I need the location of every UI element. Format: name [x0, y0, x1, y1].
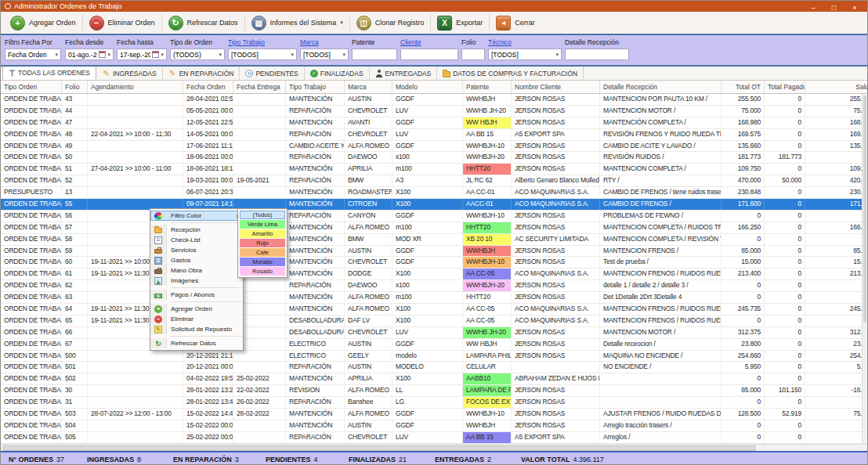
menu-item-eliminar[interactable]: Eliminar [150, 314, 243, 324]
menu-item-pagos-abonos[interactable]: Pagos / Abonos [150, 290, 243, 300]
table-row[interactable]: ORDEN DE TRABAJO4712-05-2021 22:57MANTEN… [1, 117, 867, 129]
filter-input-folio[interactable] [461, 49, 485, 60]
table-row[interactable]: ORDEN DE TRABAJO4328-04-2021 02:51MANTEN… [1, 94, 867, 106]
table-row[interactable]: ORDEN DE TRABAJO59MANTENCIÓNAUSTINGGDFWW… [1, 246, 867, 258]
column-header-total-pagado[interactable]: Total Pagado [765, 81, 805, 93]
vertical-scrollbar[interactable] [862, 94, 867, 444]
filter-label-tecnico[interactable]: Técnico [488, 38, 562, 46]
toolbar-button-refrescar-datos[interactable]: ↻Refrescar Datos [162, 13, 244, 32]
table-row[interactable]: ORDEN DE TRABAJO5509-07-2021 14:14MANTEN… [1, 199, 867, 211]
filter-dropdown-marca[interactable]: [TODOS]▾ [300, 49, 349, 60]
table-row[interactable]: ORDEN DE TRABAJO5018-06-2021 00:00REPARA… [1, 152, 867, 164]
filter-input-detalle-recepcion[interactable] [565, 49, 629, 60]
table-row[interactable]: ORDEN DE TRABAJO6519-11-2021 >> 11:30 - … [1, 315, 867, 327]
column-header-marca[interactable]: Marca [345, 81, 392, 93]
close-button[interactable]: × [846, 2, 863, 13]
filter-dropdown-tipo-trabajo[interactable]: [TODOS]▾ [228, 49, 297, 60]
table-row[interactable]: ORDEN DE TRABAJO50020-12-2021 21:19ELECT… [1, 351, 867, 362]
color-option-morado[interactable]: Morado [240, 258, 285, 266]
filter-label-cliente[interactable]: Cliente [400, 38, 458, 46]
table-row[interactable]: ORDEN DE TRABAJO3028-01-2022 13:2422-02-… [1, 385, 867, 397]
table-row[interactable]: ORDEN DE TRABAJO4405-05-2021 00:00REPARA… [1, 106, 867, 117]
filter-input-cliente[interactable] [400, 49, 458, 60]
tab-ingresadas[interactable]: INGRESADAS [96, 67, 163, 80]
filter-label-marca[interactable]: Marca [300, 38, 349, 46]
color-option-rosado[interactable]: Rosado [240, 267, 285, 276]
toolbar-button-exportar[interactable]: XExportar [431, 13, 489, 32]
toolbar-button-clonar-registro[interactable]: ◫Clonar Registro [350, 13, 431, 32]
column-header-modelo[interactable]: Modelo [392, 81, 463, 93]
table-row[interactable]: ORDEN DE TRABAJO50328-07-2022 >> 12:00 -… [1, 409, 867, 420]
color-option-verde-lima[interactable]: Verde Lima [240, 220, 285, 229]
horizontal-scrollbar-thumb[interactable] [2, 445, 756, 451]
menu-item-agregar-orden[interactable]: Agregar Orden [150, 304, 243, 314]
table-row[interactable]: ORDEN DE TRABAJO6019-11-2021 >> 10:00 - … [1, 257, 867, 269]
filter-dropdown-tipo-de-orden[interactable]: (TODOS)▾ [170, 49, 225, 60]
menu-item-im-genes[interactable]: Imágenes [150, 276, 243, 286]
tab-datos-de-compras-y-facturacion[interactable]: DATOS DE COMPRAS Y FACTURACIÓN [437, 67, 584, 80]
table-row[interactable]: ORDEN DE TRABAJO4822-04-2021 >> 10:00 - … [1, 129, 867, 141]
toolbar-button-agregar-orden[interactable]: +Agregar Orden [4, 13, 82, 32]
menu-item-filtro-color[interactable]: Filtro Color▸ [150, 211, 243, 221]
table-row[interactable]: ORDEN DE TRABAJO50525-02-2022 00:00REPAR… [1, 432, 867, 444]
column-header-nombre-cliente[interactable]: Nombre Cliente [512, 81, 600, 93]
color-option-rojo[interactable]: Rojo [240, 239, 285, 247]
column-header-patente[interactable]: Patente [463, 81, 512, 93]
column-header-fecha-entrega[interactable]: Fecha Entrega [233, 81, 286, 93]
table-row[interactable]: ORDEN DE TRABAJO56REPARACIÓNCANYONGGDFWW… [1, 211, 867, 222]
toolbar-button-eliminar-orden[interactable]: −Eliminar Orden [83, 13, 161, 32]
toolbar-button-informes-del-sistema[interactable]: ▤Informes del Sistema▾ [245, 13, 349, 32]
tab-en-reparacion[interactable]: EN REPARACIÓN [163, 67, 241, 80]
column-header-agendamiento[interactable]: Agendamiento [88, 81, 183, 93]
table-row[interactable]: ORDEN DE TRABAJO5127-04-2021 >> 10:00 - … [1, 164, 867, 175]
filter-input-patente[interactable] [352, 49, 397, 60]
column-header-fecha-orden[interactable]: Fecha Orden [183, 81, 233, 93]
table-row[interactable]: ORDEN DE TRABAJO50204-02-2022 19:5625-02… [1, 373, 867, 385]
menu-item-solicitud-de-repuesto[interactable]: Solicitud de Repuesto [150, 324, 243, 334]
column-header-tipo-orden[interactable]: Tipo Orden [1, 81, 62, 93]
filter-dropdown-filtro-fecha-por[interactable]: Fecha Orden▾ [5, 49, 61, 60]
table-row[interactable]: ORDEN DE TRABAJO62REPARACIÓNDAEWOOx100WW… [1, 280, 867, 292]
column-header-detalle-recepci-n[interactable]: Detalle Recepción [600, 81, 722, 93]
filter-label-tipo-trabajo[interactable]: Tipo Trabajo [228, 38, 297, 46]
table-row[interactable]: ORDEN DE TRABAJO6419-11-2021 >> 11:30 - … [1, 304, 867, 315]
tab-finalizadas[interactable]: FINALIZADAS [305, 67, 370, 80]
color-option-todos[interactable]: (Todos) [240, 211, 285, 219]
color-option-amarillo[interactable]: Amarillo [240, 229, 285, 238]
vertical-scrollbar-thumb[interactable] [863, 96, 866, 323]
menu-item-gastos[interactable]: Gastos [150, 255, 243, 265]
table-row[interactable]: ORDEN DE TRABAJO4917-06-2021 11:14CAMBIO… [1, 141, 867, 153]
filter-datepicker-fecha-desde[interactable]: 01-ago.-2020▾ [65, 49, 114, 60]
toolbar-button-label: Refrescar Datos [187, 19, 238, 27]
column-header-tipo-trabajo[interactable]: Tipo Trabajo [286, 81, 345, 93]
menu-item-refrescar-datos[interactable]: Refrescar Datos [150, 338, 243, 348]
maximize-button[interactable]: □ [826, 2, 843, 13]
menu-item-recepci-n[interactable]: Recepción [150, 225, 243, 235]
menu-item-servicios[interactable]: Servicios [150, 245, 243, 255]
table-row[interactable]: ORDEN DE TRABAJO5219-03-2021 00:0019-05-… [1, 175, 867, 187]
menu-item-check-list[interactable]: Check-List [150, 235, 243, 245]
tab-pendientes[interactable]: PENDIENTES [240, 67, 304, 80]
tab-todas-las-ordenes[interactable]: TODAS LAS ORDENES [2, 66, 96, 80]
table-row[interactable]: PRESUPUESTO1306-07-2021 20:32MANTENCIÓNR… [1, 187, 867, 199]
column-header-total-ot[interactable]: Total OT [722, 81, 765, 93]
table-row[interactable]: ORDEN DE TRABAJO63MANTENCIÓNALFA ROMEOm1… [1, 292, 867, 304]
menu-item-mano-obra[interactable]: Mano Obra [150, 265, 243, 276]
table-row[interactable]: ORDEN DE TRABAJO50120-12-2021 00:00REPAR… [1, 362, 867, 373]
color-option-cafe[interactable]: Cafe [240, 248, 285, 257]
tab-entregadas[interactable]: ENTREGADAS [370, 67, 438, 80]
table-row[interactable]: ORDEN DE TRABAJO57MANTENCIÓNALFA ROMEOm1… [1, 222, 867, 234]
table-row[interactable]: ORDEN DE TRABAJO6119-11-2021 >> 11:30 - … [1, 269, 867, 280]
table-row[interactable]: ORDEN DE TRABAJO58MANTENCIÓNBMWMOD XRXB … [1, 234, 867, 246]
table-row[interactable]: ORDEN DE TRABAJO50415-02-2022 00:00MANTE… [1, 420, 867, 432]
minimize-button[interactable]: – [805, 2, 822, 13]
toolbar-button-cerrar[interactable]: ◄Cerrar [490, 13, 541, 32]
horizontal-scrollbar[interactable] [1, 444, 867, 451]
table-row[interactable]: ORDEN DE TRABAJO3128-01-2022 13:4626-02-… [1, 397, 867, 409]
filter-dropdown-tecnico[interactable]: [TODOS]▾ [488, 49, 562, 60]
table-row[interactable]: ORDEN DE TRABAJO66DESABOLLADURA Y PI...C… [1, 327, 867, 339]
table-row[interactable]: ORDEN DE TRABAJO6701-12-2021 00:00ELECTR… [1, 339, 867, 351]
column-header-saldo[interactable]: Saldo [805, 81, 867, 93]
filter-datepicker-fecha-hasta[interactable]: 17-sep.-2022▾ [117, 49, 167, 60]
column-header-folio[interactable]: Folio [62, 81, 88, 93]
